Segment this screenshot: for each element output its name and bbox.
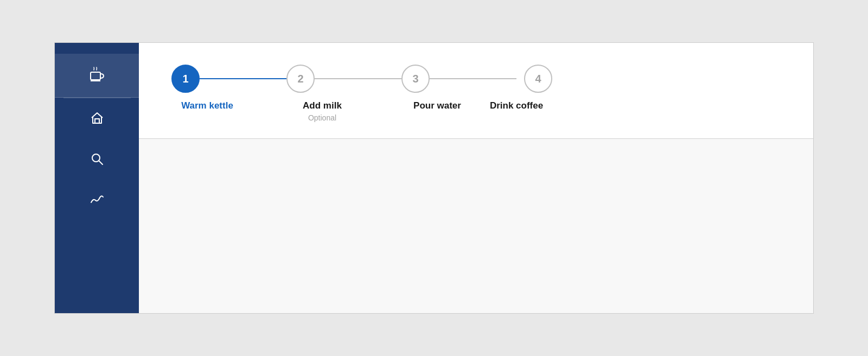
step-3-top: 3 — [401, 65, 516, 93]
svg-line-4 — [99, 161, 103, 164]
step-2-sublabel: Optional — [308, 113, 336, 122]
stepper: 1 Warm kettle 2 — [171, 65, 781, 122]
analytics-icon — [90, 193, 105, 210]
sidebar-item-search[interactable] — [55, 139, 139, 181]
step-3-circle: 3 — [401, 65, 430, 93]
connector-3 — [430, 78, 516, 79]
step-4-labels: Drink coffee — [473, 100, 560, 111]
step-1[interactable]: 1 Warm kettle — [171, 65, 286, 111]
sidebar-item-home[interactable] — [55, 98, 139, 139]
home-icon — [90, 110, 105, 128]
search-icon — [90, 151, 105, 169]
step-4-label: Drink coffee — [490, 100, 543, 111]
coffee-icon — [88, 66, 106, 85]
svg-rect-0 — [91, 72, 100, 80]
step-1-circle: 1 — [171, 65, 200, 93]
step-1-number: 1 — [182, 73, 188, 85]
step-4-number: 4 — [535, 73, 541, 85]
step-2-labels: Add milk Optional — [279, 100, 366, 122]
svg-rect-2 — [95, 119, 99, 123]
step-4-circle: 4 — [524, 65, 552, 93]
step-3-number: 3 — [412, 73, 418, 85]
step-2-circle: 2 — [286, 65, 315, 93]
step-4[interactable]: 4 Drink coffee — [516, 65, 560, 111]
step-1-labels: Warm kettle — [164, 100, 251, 111]
sidebar-item-coffee[interactable] — [55, 54, 139, 98]
step-3-label: Pour water — [413, 100, 461, 111]
step-4-top: 4 — [524, 65, 552, 93]
sidebar — [55, 43, 139, 313]
step-3-labels: Pour water — [394, 100, 481, 111]
step-1-top: 1 — [171, 65, 286, 93]
stepper-area: 1 Warm kettle 2 — [139, 43, 813, 139]
main-content: 1 Warm kettle 2 — [139, 43, 813, 313]
step-2-top: 2 — [286, 65, 401, 93]
connector-1 — [200, 78, 286, 79]
content-area — [139, 139, 813, 313]
step-2-label: Add milk — [303, 100, 342, 111]
sidebar-item-analytics[interactable] — [55, 181, 139, 222]
connector-2 — [315, 78, 401, 79]
step-1-label: Warm kettle — [181, 100, 233, 111]
app-container: 1 Warm kettle 2 — [54, 42, 814, 314]
step-2-number: 2 — [297, 73, 303, 85]
step-2[interactable]: 2 Add milk Optional — [286, 65, 401, 122]
